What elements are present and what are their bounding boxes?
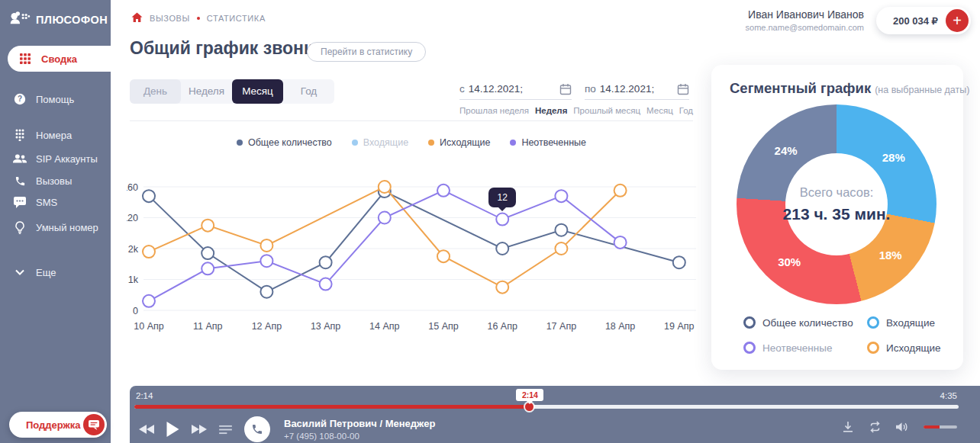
tab-year[interactable]: Год: [283, 79, 334, 104]
repeat-icon[interactable]: [869, 421, 882, 433]
audio-player: 2:14 4:35 2:14: [130, 386, 980, 443]
legend-label: Входящие: [363, 137, 408, 148]
legend-label: Неотвеченные: [521, 137, 586, 148]
quick-range-week[interactable]: Неделя: [535, 106, 567, 115]
dialpad-icon: [13, 129, 27, 141]
sidebar-item-sip-accounts[interactable]: SIP Аккаунты: [0, 148, 111, 169]
user-info: Иван Иванович Иванов some.name@somedomai…: [746, 8, 864, 32]
support-label: Поддержка: [26, 419, 81, 431]
segment-chart-subtitle: (на выбранные даты): [875, 85, 969, 95]
donut-legend-item[interactable]: Входящие: [867, 316, 941, 329]
quick-range-month[interactable]: Месяц: [646, 106, 673, 115]
donut-legend-item[interactable]: Неотвеченные: [743, 342, 867, 354]
date-to-value: 14.12.2021;: [600, 83, 654, 95]
donut-chart[interactable]: 28%18%30%24%: [737, 104, 936, 304]
line-legend-item[interactable]: Общее количество: [237, 137, 332, 148]
sidebar-item-label: Вызовы: [36, 175, 72, 187]
date-from-field[interactable]: с 14.12.2021;: [459, 79, 572, 100]
sidebar-item-help[interactable]: ? Помощь: [0, 88, 111, 110]
line-legend-item[interactable]: Неотвеченные: [510, 137, 586, 148]
legend-label: Неотвеченные: [762, 342, 832, 354]
svg-text:13 Апр: 13 Апр: [311, 321, 340, 332]
legend-ring-icon: [867, 316, 879, 329]
people-icon: [13, 153, 27, 164]
calendar-icon[interactable]: [559, 83, 572, 95]
page-title: Общий график звонков: [130, 38, 334, 59]
app-logo: ПЛЮСОФОН: [9, 11, 108, 28]
segment-chart-card: Сегментный график(на выбранные даты) 28%…: [711, 65, 963, 370]
tab-week[interactable]: Неделя: [181, 79, 232, 104]
chat-bubble-icon: [13, 197, 27, 208]
sidebar-item-smart-number[interactable]: Умный номер: [0, 217, 111, 238]
sidebar-item-label: Сводка: [41, 53, 77, 65]
home-icon[interactable]: [131, 12, 143, 24]
quick-ranges: Прошлая неделя Неделя Прошлый месяц Меся…: [459, 106, 693, 115]
donut-legend-item[interactable]: Общее количество: [743, 316, 867, 329]
play-button[interactable]: [166, 422, 179, 437]
quick-range-last-month[interactable]: Прошлый месяц: [573, 106, 640, 115]
tab-month[interactable]: Месяц: [232, 79, 283, 104]
logo-text: ПЛЮСОФОН: [36, 14, 108, 26]
breadcrumb: ВЫЗОВЫ СТАТИСТИКА: [131, 12, 266, 24]
line-chart-svg[interactable]: 01k2k12016010 Апр11 Апр12 Апр13 Апр14 Ап…: [127, 177, 699, 339]
sidebar-item-more[interactable]: Еще: [0, 262, 111, 283]
breadcrumb-item[interactable]: СТАТИСТИКА: [207, 14, 266, 23]
current-time: 2:14: [136, 391, 153, 400]
donut-legend-item[interactable]: Исходящие: [867, 342, 941, 354]
add-funds-button[interactable]: +: [946, 9, 969, 32]
caller-phone: +7 (495) 108-00-00: [284, 432, 435, 441]
donut-segment-label: 18%: [879, 249, 902, 262]
donut-segment-label: 24%: [775, 144, 798, 157]
svg-text:16 Апр: 16 Апр: [487, 321, 517, 332]
legend-dot: [237, 140, 243, 146]
svg-text:10 Апр: 10 Апр: [134, 321, 163, 332]
legend-dot: [428, 140, 434, 146]
calendar-icon[interactable]: [677, 83, 689, 95]
legend-ring-icon: [743, 342, 756, 354]
sidebar-item-label: Еще: [36, 267, 56, 278]
logo-icon: [9, 11, 31, 28]
goto-statistics-button[interactable]: Перейти в статистику: [307, 42, 426, 62]
balance-amount: 200 034 ₽: [893, 15, 938, 27]
quick-range-last-week[interactable]: Прошлая неделя: [459, 106, 529, 115]
download-icon[interactable]: [842, 421, 854, 433]
phone-icon: [13, 175, 27, 187]
sidebar-item-numbers[interactable]: Номера: [0, 124, 111, 146]
quick-range-year[interactable]: Год: [679, 106, 693, 115]
rewind-button[interactable]: [139, 424, 154, 435]
seek-bar[interactable]: 2:14: [134, 405, 959, 409]
date-to-field[interactable]: по 14.12.2021;: [585, 79, 689, 100]
seek-tooltip: 2:14: [516, 389, 543, 401]
tab-day[interactable]: День: [130, 79, 181, 104]
grid-icon: [18, 53, 32, 64]
line-legend-item[interactable]: Входящие: [352, 137, 408, 148]
volume-slider[interactable]: [924, 425, 957, 429]
chevron-down-icon: [13, 269, 27, 275]
date-from-prefix: с: [459, 83, 465, 95]
caller-name: Василий Петрович / Менеджер: [284, 418, 435, 429]
svg-text:2k: 2k: [128, 244, 139, 255]
forward-button[interactable]: [192, 424, 207, 435]
sidebar: ПЛЮСОФОН Сводка ? Помощь: [0, 0, 111, 443]
breadcrumb-item[interactable]: ВЫЗОВЫ: [150, 14, 190, 23]
support-button[interactable]: Поддержка: [9, 412, 107, 438]
sidebar-item-calls[interactable]: Вызовы: [0, 170, 111, 191]
user-name: Иван Иванович Иванов: [746, 8, 864, 21]
date-to-prefix: по: [585, 83, 596, 95]
chart-tooltip: 12: [488, 188, 516, 207]
balance-pill[interactable]: 200 034 ₽ +: [876, 7, 971, 34]
sidebar-item-sms[interactable]: SMS: [0, 191, 111, 213]
sidebar-item-label: SIP Аккаунты: [36, 153, 98, 165]
question-icon: ?: [13, 93, 27, 105]
legend-ring-icon: [867, 342, 879, 354]
sidebar-item-svodka[interactable]: Сводка: [8, 46, 111, 72]
caller-info: Василий Петрович / Менеджер +7 (495) 108…: [284, 418, 435, 441]
svg-text:?: ?: [18, 95, 22, 103]
plus-icon: +: [953, 12, 962, 30]
legend-label: Исходящие: [440, 137, 490, 148]
line-legend-item[interactable]: Исходящие: [428, 137, 490, 148]
playlist-icon[interactable]: [219, 425, 232, 435]
svg-text:12 Апр: 12 Апр: [252, 321, 282, 332]
volume-icon[interactable]: [896, 422, 909, 432]
donut-legend: Общее количество Входящие Неотвеченные И…: [743, 316, 941, 354]
